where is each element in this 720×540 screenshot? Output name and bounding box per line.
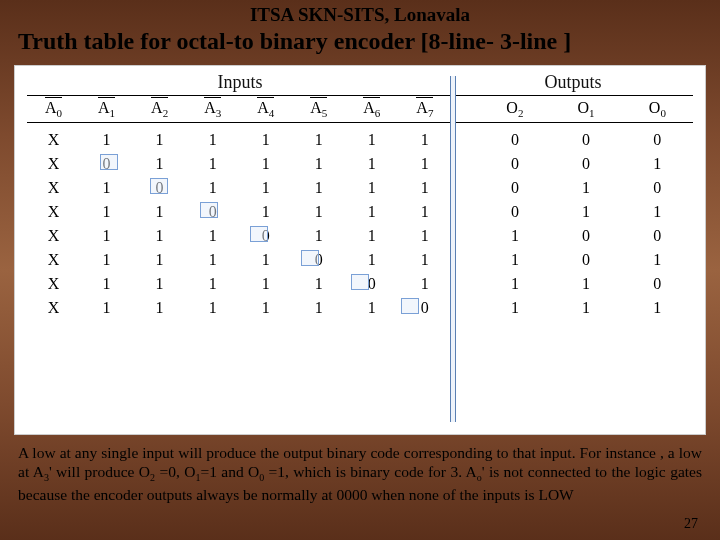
table-body: X1111111000 X0111111001 X1011111010 X110…	[27, 123, 693, 321]
col-o1: O1	[550, 96, 621, 123]
header-row: A0 A1 A2 A3 A4 A5 A6 A7 O2 O1 O0	[27, 96, 693, 123]
io-separator	[450, 76, 456, 422]
outputs-heading: Outputs	[453, 72, 693, 93]
org-header: ITSA SKN-SITS, Lonavala	[0, 0, 720, 26]
table-row: X1011111010	[27, 176, 693, 200]
table-row: X1111101110	[27, 272, 693, 296]
col-a4: A4	[239, 96, 292, 123]
page-number: 27	[684, 516, 698, 532]
table-row: X1111111000	[27, 123, 693, 153]
col-o0: O0	[622, 96, 693, 123]
truth-table: A0 A1 A2 A3 A4 A5 A6 A7 O2 O1 O0 X111111…	[27, 95, 693, 320]
col-a1: A1	[80, 96, 133, 123]
col-a3: A3	[186, 96, 239, 123]
inputs-heading: Inputs	[27, 72, 453, 93]
slide-title: Truth table for octal-to binary encoder …	[0, 26, 720, 61]
col-a6: A6	[345, 96, 398, 123]
table-row: X0111111001	[27, 152, 693, 176]
caption-text: A low at any single input will produce t…	[0, 435, 720, 504]
col-a0: A0	[27, 96, 80, 123]
table-row: X1111011101	[27, 248, 693, 272]
truth-table-panel: Inputs Outputs A0 A1 A2 A3 A4 A5 A6 A	[14, 65, 706, 435]
table-row: X1111110111	[27, 296, 693, 320]
table-row: X1110111100	[27, 224, 693, 248]
col-o2: O2	[479, 96, 550, 123]
col-a2: A2	[133, 96, 186, 123]
col-a5: A5	[292, 96, 345, 123]
col-a7: A7	[398, 96, 451, 123]
table-row: X1101111011	[27, 200, 693, 224]
